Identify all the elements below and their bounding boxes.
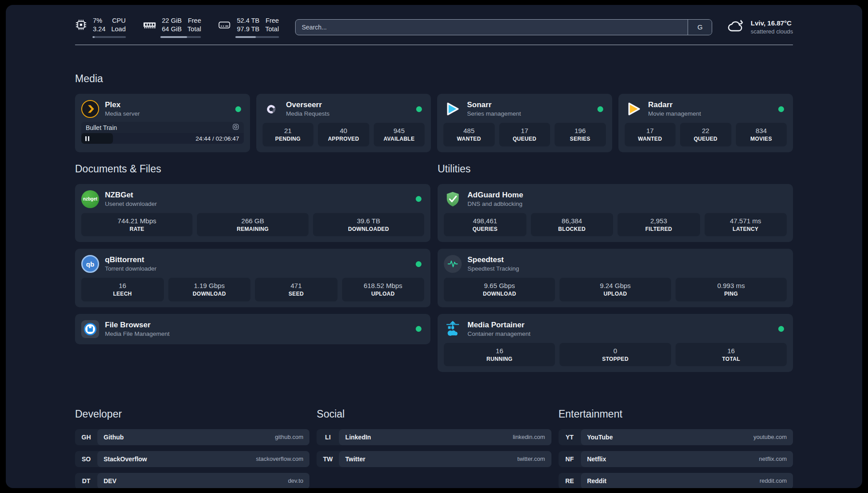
stat-pending: 21 PENDING (263, 123, 314, 146)
link-name: Reddit (587, 477, 607, 485)
stat-rate: 744.21 Mbps RATE (81, 213, 192, 236)
search-bar: G (295, 19, 713, 35)
cpu-usage-bar (92, 36, 126, 38)
link-dev-to[interactable]: DT DEV dev.to (75, 473, 309, 488)
app-name: AdGuard Home (467, 190, 523, 200)
stat-blocked: 86,384 BLOCKED (531, 213, 613, 236)
stat-latency: 47.571 ms LATENCY (705, 213, 787, 236)
status-dot (416, 196, 421, 202)
portainer-crane-icon (444, 320, 462, 338)
plex-icon (81, 100, 99, 118)
qbittorrent-card[interactable]: qb qBittorrent Torrent downloader 16 LEE… (75, 249, 430, 307)
app-description: Usenet downloader (105, 200, 157, 208)
weather-location-temp: Lviv, 16.87°C (751, 19, 793, 28)
search-engine-button[interactable]: G (688, 20, 712, 35)
link-name: DEV (104, 477, 117, 485)
nzbget-card[interactable]: nzbget NZBGet Usenet downloader 744.21 M… (75, 184, 430, 242)
disk-usage-bar (235, 36, 279, 38)
stat-downloaded: 39.6 TB DOWNLOADED (313, 213, 424, 236)
app-description: Series management (467, 110, 521, 118)
link-linkedin[interactable]: LI LinkedIn linkedin.com (317, 429, 551, 445)
stat-filtered: 2,953 FILTERED (618, 213, 700, 236)
speedtest-pulse-icon (444, 255, 462, 273)
disk-usage-bar-fill (235, 36, 256, 38)
playback-progress-bar[interactable]: 24:44 / 02:06:47 (81, 133, 244, 144)
disk-stat: 52.4 TB 97.9 TB Free Total (218, 17, 279, 38)
link-github[interactable]: GH Github github.com (75, 429, 309, 445)
status-dot (235, 106, 241, 112)
link-twitter[interactable]: TW Twitter twitter.com (317, 451, 551, 467)
overseerr-card[interactable]: Overseerr Media Requests 21 PENDING 40 A… (256, 94, 431, 152)
hard-drive-icon (218, 20, 231, 30)
app-name: Sonarr (467, 100, 521, 110)
stat-seed: 471 SEED (255, 278, 338, 301)
section-title-utilities: Utilities (438, 163, 793, 175)
link-tag: LI (317, 429, 339, 445)
link-url: github.com (275, 434, 304, 440)
app-name: Speedtest (467, 255, 519, 265)
link-tag: GH (75, 429, 97, 445)
session-icon[interactable] (232, 123, 239, 132)
sonarr-card[interactable]: Sonarr Series management 485 WANTED 17 Q… (437, 94, 612, 152)
speedtest-card[interactable]: Speedtest Speedtest Tracking 9.65 Gbps D… (438, 249, 793, 307)
stat-approved: 40 APPROVED (318, 123, 369, 146)
filebrowser-card[interactable]: File Browser Media File Management (75, 314, 430, 344)
app-description: Media Requests (286, 110, 330, 118)
nzbget-stats: 744.21 Mbps RATE 266 GB REMAINING 39.6 T… (81, 213, 424, 236)
stat-download: 1.19 Gbps DOWNLOAD (168, 278, 251, 301)
qbittorrent-stats: 16 LEECH 1.19 Gbps DOWNLOAD 471 SEED 6 (81, 278, 424, 301)
link-netflix[interactable]: NF Netflix netflix.com (559, 451, 793, 467)
link-stackoverflow[interactable]: SO StackOverflow stackoverflow.com (75, 451, 309, 467)
app-name: qBittorrent (105, 255, 157, 265)
cpu-usage-bar-fill (92, 36, 95, 38)
status-dot (416, 106, 422, 112)
cpu-usage-label: CPU (111, 17, 125, 25)
link-tag: SO (75, 451, 97, 467)
ram-icon (143, 19, 156, 30)
stat-remaining: 266 GB REMAINING (197, 213, 308, 236)
memory-usage-bar-fill (160, 36, 188, 38)
radarr-card[interactable]: Radarr Movie management 17 WANTED 22 QUE… (618, 94, 793, 152)
disk-free-value: 52.4 TB (237, 17, 259, 25)
stat-wanted: 17 WANTED (625, 123, 676, 146)
speedtest-stats: 9.65 Gbps DOWNLOAD 9.24 Gbps UPLOAD 0.99… (444, 278, 787, 301)
link-youtube[interactable]: YT YouTube youtube.com (559, 429, 793, 445)
stat-movies: 834 MOVIES (736, 123, 787, 146)
pause-icon[interactable] (85, 136, 89, 141)
radarr-stats: 17 WANTED 22 QUEUED 834 MOVIES (625, 123, 787, 146)
playback-progress-fill (81, 133, 113, 144)
section-title-entertainment: Entertainment (559, 408, 793, 420)
status-dot (778, 326, 784, 332)
plex-card[interactable]: Plex Media server Bullet Train (75, 94, 250, 152)
portainer-card[interactable]: Media Portainer Container management 16 … (438, 314, 793, 372)
app-name: Overseerr (286, 100, 330, 110)
link-name: LinkedIn (345, 434, 371, 441)
stat-series: 196 SERIES (555, 123, 606, 146)
link-tag: RE (559, 473, 581, 488)
stat-wanted: 485 WANTED (443, 123, 495, 146)
link-name: YouTube (587, 434, 613, 441)
search-input[interactable] (296, 20, 688, 35)
memory-total-value: 64 GiB (162, 25, 182, 33)
sonarr-stats: 485 WANTED 17 QUEUED 196 SERIES (443, 123, 606, 146)
app-name: NZBGet (105, 190, 157, 200)
app-description: Media server (105, 110, 140, 118)
section-title-media: Media (75, 73, 793, 85)
link-reddit[interactable]: RE Reddit reddit.com (559, 473, 793, 488)
stat-stopped: 0 STOPPED (559, 343, 671, 366)
cpu-stat: 7% 3.24 CPU Load (75, 17, 126, 38)
disk-total-label: Total (265, 25, 279, 33)
stat-download: 9.65 Gbps DOWNLOAD (444, 278, 555, 301)
hardware-stats: 7% 3.24 CPU Load (75, 17, 279, 38)
link-name: Twitter (345, 455, 365, 463)
memory-total-label: Total (188, 25, 201, 33)
sonarr-icon (443, 100, 461, 118)
cloud-icon (726, 19, 745, 35)
social-section: Social LI LinkedIn linkedin.com TW Twitt… (317, 408, 551, 488)
overseerr-stats: 21 PENDING 40 APPROVED 945 AVAILABLE (263, 123, 425, 146)
adguard-card[interactable]: AdGuard Home DNS and adblocking 498,461 … (438, 184, 793, 242)
link-url: stackoverflow.com (256, 455, 303, 462)
portainer-stats: 16 RUNNING 0 STOPPED 16 TOTAL (444, 343, 787, 366)
weather-condition: scattered clouds (751, 28, 793, 36)
link-url: dev.to (288, 477, 303, 484)
